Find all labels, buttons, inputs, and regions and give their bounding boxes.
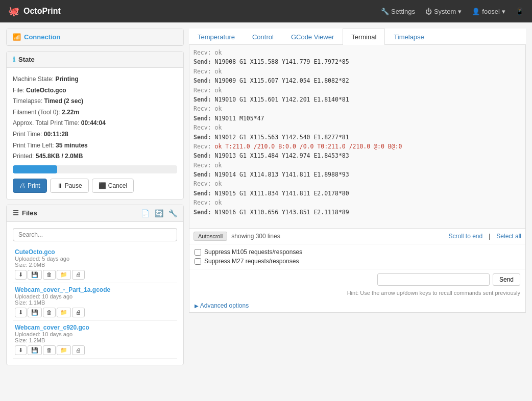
print-icon: 🖨: [19, 182, 26, 189]
file-delete-btn-1[interactable]: 🗑: [43, 308, 56, 317]
scroll-to-end-link[interactable]: Scroll to end: [448, 233, 482, 240]
select-all-link[interactable]: Select all: [496, 233, 521, 240]
settings-link[interactable]: 🔧 Settings: [381, 8, 415, 15]
wrench-icon[interactable]: 🔧: [168, 209, 177, 217]
navbar: 🐙 OctoPrint 🔧 Settings ⏻ System ▾ 👤 foos…: [0, 0, 532, 22]
tab-gcode-viewer[interactable]: GCode Viewer: [282, 29, 343, 45]
suppress-m105-label: Suppress M105 requests/responses: [204, 248, 302, 256]
terminal-line: Send: N19015 G1 X111.834 Y141.811 E2.017…: [194, 189, 521, 198]
tabs-bar: Temperature Control GCode Viewer Termina…: [189, 29, 526, 45]
file-load-btn-2[interactable]: ⬇: [15, 345, 27, 355]
file-download-btn-1[interactable]: 💾: [28, 308, 42, 317]
terminal-line: Recv: ok: [194, 123, 521, 132]
file-actions-2: ⬇ 💾 🗑 📁 🖨: [15, 345, 175, 355]
file-uploaded-2: Uploaded: 10 days ago: [15, 331, 175, 337]
suppress-m105-row: Suppress M105 requests/responses: [195, 248, 520, 256]
state-heading: ℹ State: [7, 52, 183, 68]
pause-button[interactable]: ⏸ Pause: [50, 179, 89, 193]
settings-icon: 🔧: [381, 8, 389, 15]
terminal-line: Recv: ok: [194, 104, 521, 113]
suppress-m105-checkbox[interactable]: [195, 249, 201, 256]
terminal-status-bar: Autoscroll showing 300 lines Scroll to e…: [189, 229, 525, 244]
approx-time-row: Approx. Total Print Time: 00:44:04: [13, 118, 177, 129]
mobile-icon[interactable]: 📱: [516, 8, 524, 15]
terminal-links: Scroll to end | Select all: [448, 233, 521, 240]
machine-state-value: Printing: [55, 76, 78, 83]
hint-text: Hint: Use the arrow up/down keys to reca…: [189, 290, 525, 299]
tab-temperature[interactable]: Temperature: [189, 29, 244, 45]
user-menu[interactable]: 👤 foosel ▾: [472, 8, 505, 15]
timelapse-row: Timelapse: Timed (2 sec): [13, 96, 177, 107]
search-input[interactable]: [13, 228, 177, 241]
file-row: File: CuteOcto.gco: [13, 85, 177, 96]
approx-label: Approx. Total Print Time:: [13, 119, 80, 127]
refresh-icon[interactable]: 🔄: [155, 209, 163, 217]
state-panel: ℹ State Machine State: Printing File: Cu…: [6, 51, 184, 199]
terminal-line: Recv: ok T:211.0 /210.0 B:0.0 /0.0 T0:21…: [194, 142, 521, 151]
file-load-btn-1[interactable]: ⬇: [15, 308, 27, 317]
connection-title: Connection: [24, 33, 61, 41]
autoscroll-button[interactable]: Autoscroll: [194, 232, 227, 241]
tab-control[interactable]: Control: [244, 29, 282, 45]
system-menu[interactable]: ⏻ System ▾: [425, 8, 462, 15]
main-container: 📶 Connection ℹ State Machine State: Prin…: [0, 22, 532, 371]
timelapse-value: Timed (2 sec): [44, 97, 83, 105]
terminal-output[interactable]: Recv: okSend: N19008 G1 X115.588 Y141.77…: [189, 45, 525, 229]
octoprint-logo-icon: 🐙: [8, 6, 19, 17]
file-print-btn-2[interactable]: 🖨: [72, 345, 85, 355]
print-time-left-row: Print Time Left: 35 minutes: [13, 140, 177, 152]
send-button[interactable]: Send: [493, 273, 520, 286]
advanced-options-toggle[interactable]: Advanced options: [189, 299, 525, 312]
upload-icon[interactable]: 📄: [141, 209, 150, 217]
list-icon: ☰: [13, 209, 19, 217]
cancel-button[interactable]: ⬛ Cancel: [92, 179, 134, 193]
terminal-line: Recv: ok: [194, 161, 521, 170]
terminal-line: Send: N19009 G1 X115.607 Y142.054 E1.808…: [194, 76, 521, 85]
printed-row: Printed: 545.8KB / 2.0MB: [13, 151, 177, 162]
file-load-btn-0[interactable]: ⬇: [15, 270, 27, 280]
file-move-btn-2[interactable]: 📁: [57, 345, 71, 355]
connection-panel: 📶 Connection: [6, 29, 184, 46]
file-delete-btn-0[interactable]: 🗑: [43, 270, 56, 280]
files-body: CuteOcto.gco Uploaded: 5 days ago Size: …: [7, 222, 183, 365]
file-uploaded-0: Uploaded: 5 days ago: [15, 256, 175, 262]
left-panel: 📶 Connection ℹ State Machine State: Prin…: [6, 29, 184, 365]
file-size-1: Size: 1.1MB: [15, 299, 175, 306]
suppress-m27-row: Suppress M27 requests/responses: [195, 258, 520, 265]
power-icon: ⏻: [425, 8, 432, 15]
print-time-label: Print Time:: [13, 131, 42, 138]
file-delete-btn-2[interactable]: 🗑: [43, 345, 56, 355]
list-item: Webcam_cover_c920.gco Uploaded: 10 days …: [13, 321, 177, 359]
file-name-2[interactable]: Webcam_cover_c920.gco: [15, 324, 175, 331]
terminal-line: Send: N19008 G1 X115.588 Y141.779 E1.797…: [194, 57, 521, 66]
file-move-btn-0[interactable]: 📁: [57, 270, 71, 280]
file-download-btn-0[interactable]: 💾: [28, 270, 42, 280]
terminal-line: Send: N19016 G1 X110.656 Y143.851 E2.111…: [194, 208, 521, 217]
print-controls: 🖨 Print ⏸ Pause ⬛ Cancel: [13, 179, 177, 193]
filament-label: Filament (Tool 0):: [13, 109, 60, 116]
files-title: Files: [22, 209, 37, 217]
tab-terminal[interactable]: Terminal: [343, 29, 385, 45]
terminal-line: Recv: ok: [194, 86, 521, 95]
filament-value: 2.22m: [62, 109, 79, 116]
file-print-btn-1[interactable]: 🖨: [72, 308, 85, 317]
file-download-btn-2[interactable]: 💾: [28, 345, 42, 355]
file-name-1[interactable]: Webcam_cover_-_Part_1a.gcode: [15, 286, 175, 293]
file-print-btn-0[interactable]: 🖨: [72, 270, 85, 280]
print-button[interactable]: 🖨 Print: [13, 179, 47, 193]
connection-heading: 📶 Connection: [7, 29, 183, 45]
file-actions-0: ⬇ 💾 🗑 📁 🖨: [15, 270, 175, 280]
file-name-0[interactable]: CuteOcto.gco: [15, 248, 175, 256]
file-move-btn-1[interactable]: 📁: [57, 308, 71, 317]
state-info: Machine State: Printing File: CuteOcto.g…: [13, 74, 177, 162]
user-icon: 👤: [472, 8, 480, 15]
info-icon: ℹ: [13, 56, 15, 63]
signal-icon: 📶: [13, 33, 21, 41]
files-heading: ☰ Files 📄 🔄 🔧: [7, 205, 183, 222]
machine-state-label: Machine State:: [13, 76, 54, 83]
command-input[interactable]: [377, 273, 490, 286]
file-label: File:: [13, 87, 25, 94]
suppress-m27-checkbox[interactable]: [195, 258, 201, 265]
terminal-checkboxes: Suppress M105 requests/responses Suppres…: [189, 244, 525, 269]
tab-timelapse[interactable]: Timelapse: [385, 29, 432, 45]
